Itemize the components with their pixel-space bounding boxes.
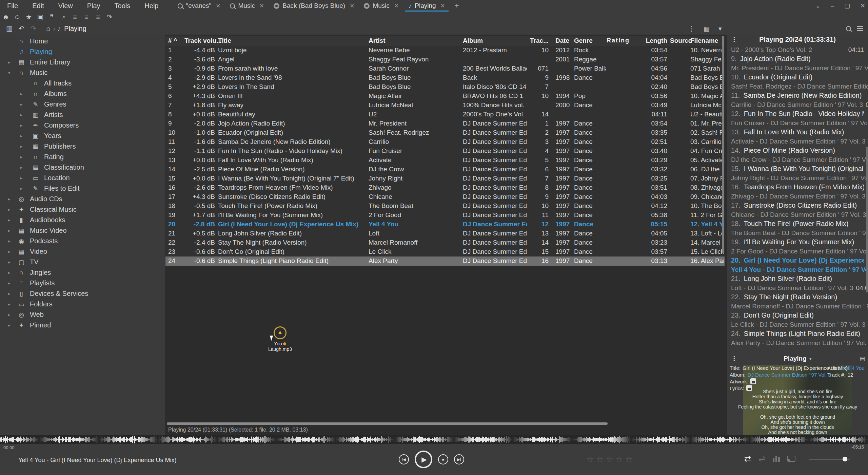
column-header-title[interactable]: Title — [218, 37, 366, 44]
expander-icon[interactable]: ▸ — [20, 102, 23, 107]
queue-item[interactable]: 23.Don't Go (Original Edit)Le Click - DJ… — [731, 311, 864, 329]
expander-icon[interactable]: ▸ — [20, 175, 23, 180]
table-row[interactable]: 12-1.1 dBFun In The Sun (Radio - Video H… — [165, 147, 725, 156]
sidebar-item-rating[interactable]: ▸∩Rating — [0, 152, 165, 162]
queue-item-title[interactable]: 13.Fall In Love With You (Radio Mix) — [731, 128, 864, 137]
expander-icon[interactable]: ▸ — [20, 112, 23, 117]
breadcrumb[interactable]: Playing — [64, 25, 86, 33]
sidebar-item-classical-music[interactable]: ▸✦Classical Music — [0, 204, 165, 215]
queue-item-subtitle[interactable]: Loft - DJ Dance Summer Edition ' 97 Vol.… — [731, 283, 864, 292]
queue-item[interactable]: 16.Teardrops From Heaven (Fm Video Mix)Z… — [731, 183, 864, 201]
queue-kebab-icon[interactable]: ⋮ — [731, 36, 737, 43]
menu-help[interactable]: Help — [137, 2, 165, 10]
queue-item-subtitle[interactable]: Alex Party - DJ Dance Summer Edition ' 9… — [731, 338, 864, 347]
expander-icon[interactable]: ▸ — [20, 123, 23, 128]
queue-item[interactable]: 13.Fall In Love With You (Radio Mix)Acti… — [731, 128, 864, 146]
now-playing-layout-icon[interactable]: ▤ — [860, 355, 865, 362]
queue-item-title[interactable]: 23.Don't Go (Original Edit) — [731, 311, 864, 320]
mood-icon[interactable]: ☺ — [12, 13, 23, 21]
table-row[interactable]: 2-3.6 dBAngelShaggy Feat Rayvon2001Regga… — [165, 55, 725, 64]
queue-item-subtitle[interactable]: Mr. President - DJ Dance Summer Edition … — [731, 63, 864, 73]
column-header-len[interactable]: Length — [645, 37, 667, 44]
sidebar-item-location[interactable]: ▸▭Location — [0, 173, 165, 183]
tab-close-icon[interactable]: ✕ — [259, 2, 264, 10]
queue-item[interactable]: 19.I'll Be Waiting For You (Summer Mix)2… — [731, 238, 864, 256]
now-playing-header[interactable]: ⋮ Playing ▾ ▤ — [727, 354, 868, 363]
sidebar-item-podcasts[interactable]: ▸◉Podcasts — [0, 236, 165, 246]
table-header[interactable]: # ^Track volu...TitleArtistAlbumTrac...D… — [165, 36, 725, 46]
tab--evanes-[interactable]: "evanes"✕ — [173, 0, 225, 12]
queue-item-title[interactable]: 21.Long John Silver (Radio Edit) — [731, 274, 864, 283]
expander-icon[interactable]: ▸ — [20, 154, 23, 159]
home-icon[interactable]: ⌂ — [46, 25, 50, 33]
table-row[interactable]: 22-2.4 dBStay The Night (Radio Version)M… — [165, 238, 725, 247]
queue-item-subtitle[interactable]: Activate - DJ Dance Summer Edition ' 97 … — [731, 137, 864, 146]
queue-item-title[interactable]: 14.Piece Of Mine (Radio Version) — [731, 146, 864, 155]
table-row[interactable]: 17+4.3 dBSunstroke (Disco Citizens Radio… — [165, 192, 725, 202]
queue-item-title[interactable]: 15.I Wanna (Be With You Tonight) (Origin… — [731, 164, 864, 173]
queue-item-title[interactable]: 24.Simple Things (Light Piano Radio Edit… — [731, 329, 864, 338]
queue-scrollbar[interactable] — [866, 147, 868, 292]
queue-item-subtitle[interactable]: Fun Cruiser - DJ Dance Summer Edition ' … — [731, 118, 864, 128]
menu-play[interactable]: Play — [80, 2, 107, 10]
queue-item-subtitle[interactable]: The Boom Beat - DJ Dance Summer Edition … — [731, 228, 864, 238]
column-header-rat[interactable]: Rating — [607, 37, 643, 44]
table-row[interactable]: 7+1.8 dBFly awayLutricia McNeal100% Danc… — [165, 101, 725, 110]
volume-slider[interactable] — [809, 459, 850, 459]
cast-icon[interactable] — [787, 456, 795, 462]
menu-file[interactable]: File — [0, 2, 25, 10]
expander-icon[interactable]: ▸ — [8, 302, 11, 307]
table-row[interactable]: 10-1.0 dBEcuador (Original Edit)Sash! Fe… — [165, 128, 725, 137]
view-mode-icon[interactable]: ▦ — [704, 25, 710, 33]
sidebar-item-folders[interactable]: ▸▭Folders — [0, 299, 165, 309]
queue-item-title[interactable]: 18.Touch The Fire! (Power Radio Mix) — [731, 219, 864, 228]
close-button[interactable]: ✕ — [860, 2, 865, 10]
tab-close-icon[interactable]: ✕ — [394, 2, 399, 10]
volume-knob[interactable] — [843, 457, 847, 461]
sidebar-item-home[interactable]: ⌂Home — [0, 36, 165, 46]
waveform-seekbar[interactable] — [0, 435, 868, 444]
column-header-gen[interactable]: Genre — [574, 37, 606, 44]
queue-item-subtitle[interactable]: Marcel Romanoff - DJ Dance Summer Editio… — [731, 302, 864, 311]
queue-item-subtitle[interactable]: U2 - 2000's Top One's Vol. 204:11 — [731, 45, 864, 54]
queue-item-title[interactable]: 10.Ecuador (Original Edit) — [731, 73, 864, 82]
now-playing-kebab-icon[interactable]: ⋮ — [731, 355, 737, 362]
sidebar-item-files-to-edit[interactable]: ▸✎Files to Edit — [0, 183, 165, 194]
column-header-alb[interactable]: Album — [463, 37, 527, 44]
queue-item-title[interactable]: 11.Samba De Jeneiro (New Radio Edition) — [731, 91, 864, 100]
main-more-options-icon[interactable]: ⋮ — [688, 25, 695, 33]
expander-icon[interactable]: ▸ — [8, 196, 11, 202]
menu-edit[interactable]: Edit — [25, 2, 51, 10]
sidebar-item-jingles[interactable]: ▸∩Jingles — [0, 267, 165, 278]
sidebar-item-entire-library[interactable]: ▸▤Entire Library — [0, 57, 165, 68]
table-row[interactable]: 13+0.0 dBFall In Love With You (Radio Mi… — [165, 156, 725, 165]
expander-icon[interactable]: ▸ — [8, 270, 11, 275]
queue-item-title[interactable]: 16.Teardrops From Heaven (Fm Video Mix) — [731, 183, 864, 192]
save-artwork-icon[interactable] — [750, 378, 756, 384]
expander-icon[interactable]: ▸ — [20, 144, 23, 149]
view-mode-chevron-icon[interactable]: ▾ — [718, 25, 722, 33]
queue-item[interactable]: 9.Jojo Action (Radio Edit)Mr. President … — [731, 54, 864, 73]
queue-item[interactable]: 10.Ecuador (Original Edit)Sash! Feat. Ro… — [731, 73, 864, 91]
expander-icon[interactable]: ▾ — [8, 70, 11, 75]
table-row[interactable]: 9-2.0 dBJojo Action (Radio Edit)Mr. Pres… — [165, 119, 725, 128]
menu-tools[interactable]: Tools — [107, 2, 138, 10]
sidebar-item-music-video[interactable]: ▸▦Music Video — [0, 225, 165, 236]
queue-item-title[interactable]: 22.Stay The Night (Radio Version) — [731, 292, 864, 302]
queue-item-subtitle[interactable]: Chicane - DJ Dance Summer Edition ' 97 V… — [731, 210, 864, 219]
expander-icon[interactable]: ▸ — [8, 249, 11, 254]
expander-icon[interactable]: ▸ — [8, 323, 11, 328]
queue-item[interactable]: 18.Touch The Fire! (Power Radio Mix)The … — [731, 219, 864, 238]
back-icon[interactable]: ↶ — [19, 24, 24, 33]
sidebar-item-playing[interactable]: ♫Playing — [0, 46, 165, 57]
queue-item-title[interactable]: 19.I'll Be Waiting For You (Summer Mix) — [731, 238, 864, 247]
equalizer-icon[interactable] — [773, 456, 780, 462]
play-button[interactable]: ▶ — [415, 451, 432, 468]
queue-item-subtitle[interactable]: Johny Right - DJ Dance Summer Edition ' … — [731, 173, 864, 183]
sidebar-item-composers[interactable]: ▸✒Composers — [0, 120, 165, 131]
queue-item[interactable]: 11.Samba De Jeneiro (New Radio Edition)C… — [731, 91, 864, 109]
gift-icon[interactable]: ▣ — [35, 13, 46, 21]
queue-item-title[interactable]: 20.Girl (I Need Your Love) (Dj Experienc… — [731, 256, 864, 265]
queue-item-subtitle[interactable]: DJ the Crow - DJ Dance Summer Edition ' … — [731, 155, 864, 164]
audio-file-icon[interactable] — [274, 326, 287, 339]
